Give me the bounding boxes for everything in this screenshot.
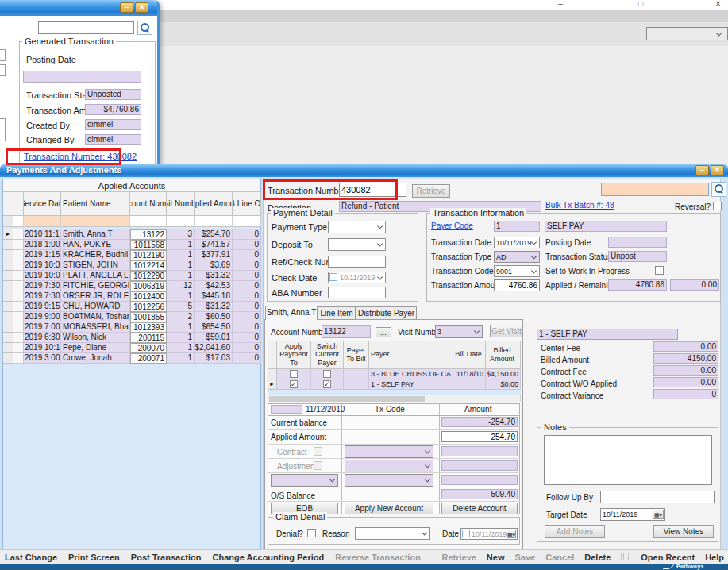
applied-amount-cell[interactable]: $42.53 xyxy=(195,281,233,291)
row-selector-cell[interactable] xyxy=(3,312,13,322)
table-row[interactable]: 2019 10:15:0 Pepe, Diane 200070 1 $2,041… xyxy=(3,343,261,353)
visit-number-cell[interactable]: 2 xyxy=(167,312,195,322)
denial-date-checkbox[interactable] xyxy=(462,530,470,537)
payments-titlebar[interactable]: Payments And Adjustments – ✕ xyxy=(0,164,728,177)
adjustment-checkbox[interactable] xyxy=(314,461,322,470)
filter-cell[interactable] xyxy=(167,216,195,227)
host-restore-icon[interactable]: □ xyxy=(638,0,643,8)
billed-amount-cell[interactable]: $4,150.00 xyxy=(486,369,521,379)
tab-distribute-payer[interactable]: Distribute Payer xyxy=(356,306,417,320)
other-type-select[interactable] xyxy=(271,474,338,487)
service-date-cell[interactable]: 2019 7:00:0 xyxy=(24,322,61,333)
account-number-cell[interactable]: 200070 xyxy=(130,343,167,353)
row-blank-cell[interactable] xyxy=(13,291,24,302)
transaction-amount-input[interactable] xyxy=(494,279,540,291)
payer-row[interactable]: ► 1 - SELF PAY $0.00 xyxy=(268,379,521,390)
service-date-cell[interactable]: 2019 7:30:0 xyxy=(24,291,61,302)
service-date-cell[interactable]: 2019 1:15:00 xyxy=(24,250,61,260)
payments-minimize-button[interactable]: – xyxy=(695,165,709,175)
row-blank-cell[interactable] xyxy=(13,250,24,260)
table-row[interactable]: 2019 10:00:0 PLATT, ANGELA L 1012290 1 $… xyxy=(3,271,261,281)
visit-number-cell[interactable]: 1 xyxy=(167,322,195,333)
row-selector-cell[interactable] xyxy=(3,343,13,353)
reversal-checkbox[interactable] xyxy=(713,202,722,210)
payer-cell[interactable]: 3 - BLUE CROSS OF CA xyxy=(369,369,453,379)
visit-number-cell[interactable]: 12 xyxy=(167,281,195,291)
account-number-cell[interactable]: 1012290 xyxy=(130,271,167,281)
statusbar-help[interactable]: Help xyxy=(705,553,724,562)
visit-number-cell[interactable]: 1 xyxy=(167,333,195,343)
applied-amount-cell[interactable]: $2,041.60 xyxy=(195,343,233,353)
view-notes-button[interactable]: View Notes xyxy=(653,525,714,538)
switch-payer-checkbox[interactable] xyxy=(323,370,331,378)
account-number-cell[interactable]: 1012256 xyxy=(130,302,167,312)
visit-number-cell[interactable]: 1 xyxy=(167,343,195,353)
table-row[interactable]: 2019 7:30:0 FITCHIE, GEORGETTE 1006319 1… xyxy=(3,281,261,291)
payer-row-selector[interactable] xyxy=(268,369,277,379)
row-blank-cell[interactable] xyxy=(13,229,24,240)
check-date-checkbox[interactable] xyxy=(329,273,337,281)
statusbar-reverse-transaction[interactable]: Reverse Transaction xyxy=(335,553,421,562)
add-notes-button[interactable]: Add Notes xyxy=(545,525,605,538)
switch-payer-cell[interactable] xyxy=(311,379,344,390)
quick-search-input[interactable] xyxy=(601,183,709,196)
statusbar-new[interactable]: New xyxy=(487,553,505,562)
patient-name-cell[interactable]: Smith, Anna T xyxy=(61,229,130,240)
statusbar-change-accounting-period[interactable]: Change Accounting Period xyxy=(212,553,324,562)
service-date-cell[interactable]: 2019 10:30:0 xyxy=(24,260,61,271)
row-selector-cell[interactable] xyxy=(3,322,13,333)
tab-line-item[interactable]: Line Item xyxy=(318,306,356,320)
service-date-cell[interactable]: 2019 10:00:0 xyxy=(24,271,61,281)
payer-to-bill-cell[interactable] xyxy=(344,379,369,390)
row-blank-cell[interactable] xyxy=(13,271,24,281)
eob-line-order-cell[interactable]: 0 xyxy=(233,291,261,302)
row-selector-cell[interactable] xyxy=(3,240,13,250)
table-row[interactable]: 2019 9:15:00 CHU, HOWARD 1012256 5 $31.3… xyxy=(3,302,261,312)
visit-number-cell[interactable]: 1 xyxy=(167,250,195,260)
eob-line-order-cell[interactable]: 0 xyxy=(233,281,261,291)
table-row[interactable]: 2019 9:00:00 BOATMAN, Toshan R 1001855 2… xyxy=(3,312,261,322)
col-billed-amount[interactable]: Billed Amount xyxy=(486,341,521,369)
adjustment-code-select[interactable] xyxy=(345,460,433,472)
row-selector-cell[interactable] xyxy=(3,333,13,343)
payer-to-bill-cell[interactable] xyxy=(344,369,369,379)
row-selector-cell[interactable] xyxy=(3,260,13,271)
table-row[interactable]: 2019 7:30:0 ORSER JR, ROLF 1012400 1 $44… xyxy=(3,291,261,302)
bulk-tx-batch-link[interactable]: Bulk Tx Batch #: 48 xyxy=(545,201,614,210)
tool-window-titlebar[interactable]: – ✕ xyxy=(0,0,157,16)
denial-checkbox[interactable] xyxy=(307,529,316,537)
account-number-cell[interactable]: 1011568 xyxy=(130,240,167,250)
filter-cell[interactable] xyxy=(130,216,167,227)
applied-amount-cell[interactable]: $31.32 xyxy=(195,271,233,281)
retrieve-button[interactable]: Retrieve xyxy=(412,184,450,198)
patient-name-cell[interactable]: STIGEN, JOHN xyxy=(61,260,130,271)
host-close-icon[interactable]: × xyxy=(715,0,721,10)
table-row[interactable]: 2019 7:00:0 MOBASSERI, Bharadwa 1012393 … xyxy=(3,322,261,333)
row-selector-cell[interactable] xyxy=(3,281,13,291)
transaction-type-select[interactable]: AD xyxy=(494,251,540,263)
applied-amount-cell[interactable]: $59.01 xyxy=(195,333,233,343)
notes-textarea[interactable] xyxy=(544,435,712,485)
account-number-cell[interactable]: 200071 xyxy=(130,353,167,364)
eob-line-order-cell[interactable]: 0 xyxy=(233,250,261,260)
calendar-icon[interactable]: ▦▾ xyxy=(653,510,664,519)
other-code-select[interactable] xyxy=(345,474,433,487)
target-date-picker[interactable]: 10/11/2019 ▦▾ xyxy=(600,508,665,521)
eob-line-order-cell[interactable]: 0 xyxy=(233,302,261,312)
account-number-cell[interactable]: 200115 xyxy=(130,333,167,343)
account-number-cell[interactable]: 1001855 xyxy=(130,312,167,322)
delete-account-button[interactable]: Delete Account xyxy=(441,503,518,514)
row-blank-cell[interactable] xyxy=(13,353,24,364)
service-date-cell[interactable]: 2019 10:15:0 xyxy=(24,343,61,353)
deposit-to-select[interactable] xyxy=(328,238,386,251)
patient-name-cell[interactable]: KRACHER, Budhil xyxy=(61,250,130,260)
account-browse-button[interactable]: ... xyxy=(376,327,391,337)
eob-line-order-cell[interactable]: 0 xyxy=(233,353,261,364)
visit-number-cell[interactable]: 1 xyxy=(167,240,195,250)
apply-payment-checkbox[interactable] xyxy=(290,370,298,378)
denial-date-picker[interactable]: 10/11/2019 ▦▾ xyxy=(460,528,518,540)
statusbar-save[interactable]: Save xyxy=(514,553,535,562)
patient-name-cell[interactable]: Wilson, Nick xyxy=(61,333,130,343)
apply-payment-checkbox[interactable] xyxy=(290,380,298,388)
service-date-cell[interactable]: 2019 7:30:0 xyxy=(24,281,61,291)
